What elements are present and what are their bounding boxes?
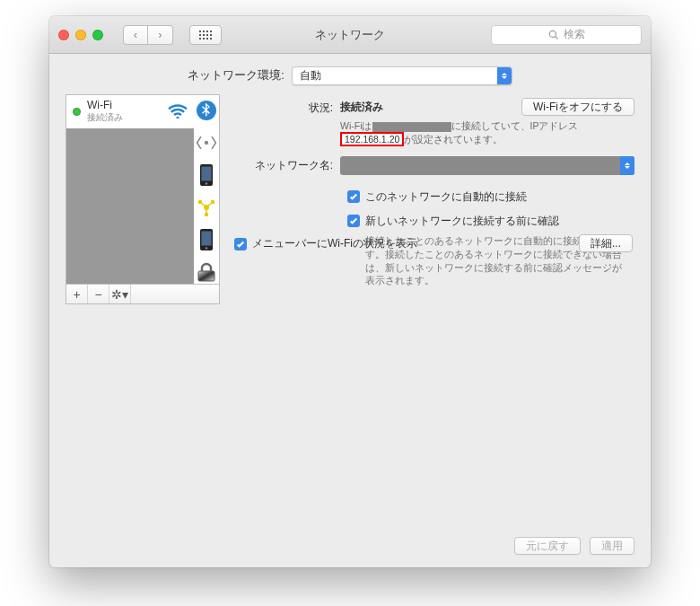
status-label: 状況: <box>232 98 340 116</box>
status-dot-connected <box>73 108 81 116</box>
remove-service-button[interactable]: − <box>88 285 109 303</box>
service-item-wifi[interactable]: Wi-Fi 接続済み <box>66 95 194 128</box>
auto-join-label: このネットワークに自動的に接続 <box>365 189 527 205</box>
window-controls <box>58 30 103 40</box>
service-status: 接続済み <box>87 111 123 124</box>
redacted-ssid <box>372 122 451 132</box>
info-suffix: が設定されています。 <box>404 134 503 145</box>
service-actions-button[interactable]: ✲▾ <box>109 285 131 303</box>
show-all-button[interactable] <box>189 25 222 45</box>
auto-join-checkbox[interactable] <box>347 190 360 203</box>
thunderbolt-bridge-icon <box>195 131 218 154</box>
minimize-window-button[interactable] <box>75 30 86 40</box>
info-mid: に接続していて、IPアドレス <box>451 120 579 131</box>
location-popup[interactable]: 自動 <box>292 66 512 85</box>
svg-rect-3 <box>202 167 212 181</box>
svg-rect-10 <box>202 232 212 246</box>
status-value: 接続済み <box>340 100 383 115</box>
chevron-updown-icon <box>620 156 634 175</box>
vpn-lock-icon <box>195 260 218 284</box>
status-info: Wi-Fiはに接続していて、IPアドレス192.168.1.20が設定されていま… <box>232 119 634 145</box>
services-list[interactable]: Wi-Fi 接続済み <box>66 94 220 285</box>
location-label: ネットワーク環境: <box>188 68 284 83</box>
wifi-icon <box>168 102 188 122</box>
zoom-window-button[interactable] <box>92 30 103 40</box>
info-prefix: Wi-Fiは <box>340 120 372 131</box>
redacted-services <box>66 128 194 284</box>
detail-pane: 状況: 接続済み Wi-Fiをオフにする Wi-Fiはに接続していて、IPアドレ… <box>232 94 634 304</box>
firewire-icon <box>195 196 218 219</box>
services-sidebar: Wi-Fi 接続済み <box>66 94 220 304</box>
show-in-menubar-checkbox[interactable] <box>234 238 247 250</box>
ask-join-label: 新しいネットワークに接続する前に確認 <box>365 214 559 229</box>
network-name-label: ネットワーク名: <box>232 158 340 173</box>
svg-rect-12 <box>198 271 214 281</box>
auto-join-row: このネットワークに自動的に接続 <box>232 189 634 205</box>
network-name-popup[interactable] <box>340 156 634 175</box>
ip-address: 192.168.1.20 <box>340 132 404 146</box>
show-in-menubar-label: メニューバーにWi-Fiの状況を表示 <box>252 236 417 251</box>
revert-button[interactable]: 元に戻す <box>514 537 581 555</box>
preferences-window: ‹ › ネットワーク 検索 ネットワーク環境: 自動 <box>49 16 651 567</box>
phone-icon <box>195 228 218 251</box>
back-button[interactable]: ‹ <box>123 25 148 45</box>
iphone-usb-icon <box>195 163 218 187</box>
search-placeholder: 検索 <box>564 27 585 42</box>
ask-join-checkbox[interactable] <box>347 215 360 227</box>
wifi-off-button[interactable]: Wi-Fiをオフにする <box>521 98 634 116</box>
svg-point-11 <box>206 247 208 250</box>
search-icon <box>548 30 559 40</box>
svg-point-1 <box>205 141 208 145</box>
chevron-updown-icon <box>497 67 512 84</box>
footer: 元に戻す 適用 <box>49 537 634 555</box>
location-value: 自動 <box>300 68 321 83</box>
titlebar: ‹ › ネットワーク 検索 <box>49 16 651 54</box>
bluetooth-icon <box>195 99 218 122</box>
service-icon-column <box>194 95 219 284</box>
close-window-button[interactable] <box>58 30 69 40</box>
apply-button[interactable]: 適用 <box>590 537 634 555</box>
advanced-button[interactable]: 詳細... <box>579 234 633 252</box>
search-field[interactable]: 検索 <box>491 25 642 45</box>
service-name: Wi-Fi <box>87 100 123 111</box>
sidebar-buttons: + − ✲▾ <box>66 285 220 304</box>
ask-join-row: 新しいネットワークに接続する前に確認 <box>232 214 634 229</box>
location-row: ネットワーク環境: 自動 <box>49 54 651 94</box>
menubar-row: メニューバーにWi-Fiの状況を表示 詳細... <box>232 234 634 252</box>
svg-point-4 <box>206 182 208 185</box>
forward-button[interactable]: › <box>148 25 173 45</box>
nav-back-forward: ‹ › <box>123 25 173 45</box>
add-service-button[interactable]: + <box>66 285 88 303</box>
